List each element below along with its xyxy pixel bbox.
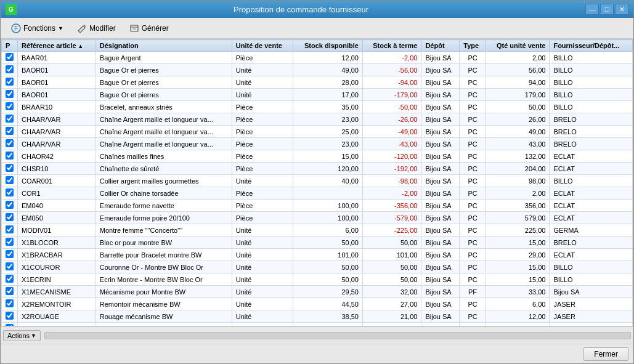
row-checkbox[interactable] <box>6 139 14 147</box>
row-checkbox-cell[interactable] <box>2 212 18 224</box>
row-ref: CHAAR/VAR <box>18 126 96 138</box>
row-depot: Bijou SA <box>421 138 460 150</box>
row-checkbox[interactable] <box>6 299 14 307</box>
row-checkbox-cell[interactable] <box>2 175 18 187</box>
row-checkbox-cell[interactable] <box>2 310 18 323</box>
row-checkbox[interactable] <box>6 102 14 110</box>
row-checkbox-cell[interactable] <box>2 89 18 101</box>
minimize-button[interactable]: — <box>585 4 599 15</box>
horizontal-scrollbar[interactable] <box>44 332 631 339</box>
row-checkbox[interactable] <box>6 225 14 233</box>
row-qte-unite: 204,00 <box>486 163 550 175</box>
row-qte-unite: 29,00 <box>486 249 550 261</box>
close-button[interactable]: ✕ <box>615 4 628 15</box>
row-checkbox-cell[interactable] <box>2 249 18 261</box>
row-designation: Chaîne Argent maille et longueur va... <box>96 113 232 126</box>
row-ref: BAAR01 <box>18 52 96 64</box>
row-checkbox[interactable] <box>6 152 14 160</box>
row-checkbox[interactable] <box>6 287 14 295</box>
row-checkbox[interactable] <box>6 312 14 320</box>
row-checkbox-cell[interactable] <box>2 273 18 286</box>
row-designation: Bague Or et pierres <box>96 89 232 101</box>
row-qte-unite: 225,00 <box>486 224 550 237</box>
row-checkbox-cell[interactable] <box>2 52 18 64</box>
row-stock-dispo <box>293 187 362 200</box>
row-stock-terme: -120,00 <box>362 150 421 163</box>
row-checkbox[interactable] <box>6 65 14 73</box>
row-checkbox-cell[interactable] <box>2 237 18 249</box>
row-checkbox-cell[interactable] <box>2 224 18 237</box>
row-ref: COAR001 <box>18 175 96 187</box>
row-checkbox[interactable] <box>6 90 14 98</box>
row-designation: Remontoir mécanisme BW <box>96 298 232 310</box>
row-qte-unite: 33,00 <box>486 286 550 298</box>
row-checkbox-cell[interactable] <box>2 126 18 138</box>
row-designation: Chaîne Argent maille et longueur va... <box>96 126 232 138</box>
table-row: COR1Collier Or chaine torsadéePièce-2,00… <box>2 187 633 200</box>
modifier-label: Modifier <box>89 24 116 33</box>
row-checkbox-cell[interactable] <box>2 163 18 175</box>
row-checkbox[interactable] <box>6 201 14 209</box>
row-stock-terme: -2,00 <box>362 187 421 200</box>
row-ref: COR1 <box>18 187 96 200</box>
col-depot[interactable]: Dépôt <box>421 40 460 52</box>
row-checkbox[interactable] <box>6 164 14 172</box>
row-checkbox-cell[interactable] <box>2 76 18 89</box>
table-row: CHAOR42Chaînes mailles finesPièce15,00-1… <box>2 150 633 163</box>
fonctions-button[interactable]: F Fonctions ▼ <box>6 21 69 36</box>
row-unite: Pièce <box>232 113 293 126</box>
modifier-button[interactable]: Modifier <box>71 21 121 36</box>
table-row: BAOR01Bague Or et pierresUnité49,00-56,0… <box>2 64 633 76</box>
row-qte-unite: 6,00 <box>486 298 550 310</box>
row-checkbox-cell[interactable] <box>2 261 18 273</box>
row-checkbox[interactable] <box>6 115 14 123</box>
col-designation[interactable]: Désignation <box>96 40 232 52</box>
col-p[interactable]: P <box>2 40 18 52</box>
col-fournisseur[interactable]: Fournisseur/Dépôt... <box>550 40 633 52</box>
row-unite: Pièce <box>232 52 293 64</box>
generer-button[interactable]: Générer <box>124 21 174 36</box>
row-checkbox[interactable] <box>6 262 14 270</box>
row-checkbox[interactable] <box>6 53 14 61</box>
row-qte-unite: 179,00 <box>486 89 550 101</box>
actions-button[interactable]: Actions ▼ <box>3 330 41 341</box>
row-checkbox[interactable] <box>6 275 14 283</box>
row-checkbox-cell[interactable] <box>2 64 18 76</box>
row-checkbox-cell[interactable] <box>2 298 18 310</box>
col-stock-terme[interactable]: Stock à terme <box>362 40 421 52</box>
row-designation: Ecrin Montre - Montre BW Bloc Or <box>96 273 232 286</box>
col-stock-dispo[interactable]: Stock disponible <box>293 40 362 52</box>
row-checkbox[interactable] <box>6 176 14 184</box>
col-unite[interactable]: Unité de vente <box>232 40 293 52</box>
row-checkbox-cell[interactable] <box>2 101 18 113</box>
row-checkbox[interactable] <box>6 238 14 246</box>
row-checkbox-cell[interactable] <box>2 286 18 298</box>
col-type[interactable]: Type <box>460 40 486 52</box>
row-depot: Bijou SA <box>421 249 460 261</box>
row-fournisseur: Bijou SA <box>550 286 633 298</box>
fonctions-icon: F <box>11 23 21 33</box>
row-checkbox-cell[interactable] <box>2 138 18 150</box>
generer-label: Générer <box>142 24 169 33</box>
row-checkbox-cell[interactable] <box>2 150 18 163</box>
row-qte-unite: 98,00 <box>486 175 550 187</box>
row-checkbox-cell[interactable] <box>2 200 18 212</box>
row-checkbox-cell[interactable] <box>2 187 18 200</box>
table-body: BAAR01Bague ArgentPièce12,00-2,00Bijou S… <box>2 52 633 327</box>
row-fournisseur: ECLAT <box>550 212 633 224</box>
row-ref: EM040 <box>18 200 96 212</box>
row-designation: Chaînes mailles fines <box>96 150 232 163</box>
row-checkbox[interactable] <box>6 250 14 258</box>
row-checkbox[interactable] <box>6 213 14 221</box>
fermer-button[interactable]: Fermer <box>583 347 628 361</box>
window-controls: — □ ✕ <box>585 4 628 15</box>
row-checkbox[interactable] <box>6 188 14 196</box>
row-checkbox-cell[interactable] <box>2 113 18 126</box>
col-ref[interactable]: Référence article <box>18 40 96 52</box>
table-container[interactable]: P Référence article Désignation Unité de… <box>1 39 633 326</box>
row-checkbox[interactable] <box>6 127 14 135</box>
row-designation: Collier argent mailles gourmettes <box>96 175 232 187</box>
maximize-button[interactable]: □ <box>600 4 614 15</box>
col-qte-unite[interactable]: Qté unité vente <box>486 40 550 52</box>
row-checkbox[interactable] <box>6 78 14 86</box>
